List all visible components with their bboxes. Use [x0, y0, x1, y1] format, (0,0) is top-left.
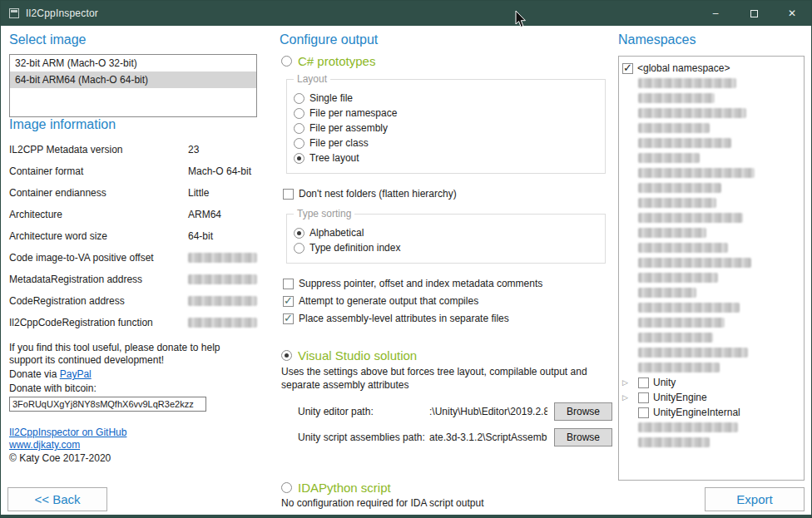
namespace-item[interactable] [622, 345, 802, 360]
checkbox-icon[interactable] [622, 63, 633, 74]
github-link[interactable]: Il2CppInspector on GitHub [9, 427, 126, 438]
info-value: ARM64 [188, 209, 221, 220]
namespace-item[interactable] [622, 121, 802, 136]
info-row: Code image-to-VA positive offset [9, 247, 257, 269]
image-list-item[interactable]: 32-bit ARM (Mach-O 32-bit) [10, 55, 256, 72]
unity-editor-path-row: Unity editor path: :\Unity\Hub\Editor\20… [298, 402, 612, 422]
expander-icon[interactable]: ▷ [622, 390, 634, 405]
idapython-description: No configuration required for IDA script… [281, 497, 612, 509]
redacted-namespace [638, 273, 718, 283]
redacted-namespace [638, 363, 720, 372]
links-block: Il2CppInspector on GitHub www.djkaty.com… [9, 427, 257, 465]
info-row: Container formatMach-O 64-bit [9, 160, 257, 182]
select-image-list[interactable]: 32-bit ARM (Mach-O 32-bit)64-bit ARM64 (… [9, 54, 257, 117]
option-label: Alphabetical [309, 227, 364, 239]
paypal-link[interactable]: PayPal [60, 368, 92, 380]
info-value: 64-bit [188, 230, 213, 242]
namespace-item[interactable]: ▷Unity [622, 375, 802, 390]
browse-editor-button[interactable]: Browse [554, 402, 612, 421]
website-link[interactable]: www.djkaty.com [9, 439, 80, 451]
namespace-item[interactable] [622, 180, 802, 195]
layout-option-radio[interactable]: File per class [294, 136, 597, 150]
info-label: Container endianness [9, 187, 188, 199]
checkbox-icon [283, 279, 294, 289]
namespace-item[interactable] [622, 136, 802, 150]
radio-icon [294, 108, 304, 119]
checkbox-icon[interactable] [638, 407, 649, 418]
flatten-checkbox[interactable]: Don't nest folders (flatten hierarchy) [283, 187, 612, 200]
layout-option-radio[interactable]: Tree layout [294, 151, 597, 165]
type-sorting-options: AlphabeticalType definition index [294, 226, 597, 254]
layout-options: Single fileFile per namespaceFile per as… [294, 91, 597, 165]
checkbox-icon[interactable] [638, 377, 649, 388]
option-label: File per assembly [309, 122, 388, 134]
redacted-value [188, 274, 257, 284]
csharp-prototypes-radio[interactable]: C# prototypes [281, 54, 612, 67]
namespace-item[interactable] [622, 240, 802, 255]
namespace-item[interactable] [622, 420, 802, 435]
browse-assemblies-button[interactable]: Browse [554, 428, 612, 446]
info-value: Mach-O 64-bit [188, 165, 251, 177]
copyright-text: © Katy Coe 2017-2020 [9, 452, 257, 465]
info-label: Il2CppCodeRegistration function [9, 317, 188, 328]
namespace-item[interactable]: UnityEngineInternal [622, 405, 802, 420]
namespace-item[interactable] [622, 435, 802, 450]
type-sorting-groupbox: Type sorting AlphabeticalType definition… [286, 214, 606, 264]
layout-option-radio[interactable]: Single file [294, 91, 597, 105]
namespaces-list[interactable]: <global namespace>▷Unity▷UnityEngineUnit… [618, 56, 805, 481]
flatten-checkbox-label: Don't nest folders (flatten hierarchy) [299, 188, 457, 200]
close-button[interactable]: ✕ [773, 1, 811, 26]
redacted-value [188, 253, 257, 263]
app-window: Il2CppInspector – ✕ Select image 32-bit … [0, 0, 812, 518]
layout-option-radio[interactable]: File per namespace [294, 106, 597, 120]
namespace-item[interactable] [622, 225, 802, 240]
visual-studio-radio[interactable]: Visual Studio solution [281, 348, 612, 362]
output-option-checkbox[interactable]: Place assembly-level attributes in separ… [283, 312, 612, 325]
namespace-label: UnityEngine [653, 392, 707, 403]
namespace-item[interactable] [622, 300, 802, 315]
checkbox-icon [283, 296, 294, 307]
namespace-item[interactable] [622, 210, 802, 225]
namespace-item[interactable] [622, 165, 802, 180]
namespace-item[interactable] [622, 76, 802, 91]
unity-assemblies-path-value[interactable]: ate.3d-3.1.2\ScriptAssemblies [429, 432, 547, 443]
option-label: Single file [309, 92, 353, 104]
layout-option-radio[interactable]: File per assembly [294, 121, 597, 135]
unity-editor-path-value[interactable]: :\Unity\Hub\Editor\2019.2.8f1 [429, 406, 547, 417]
unity-assemblies-path-label: Unity script assemblies path: [298, 432, 429, 443]
sorting-option-radio[interactable]: Type definition index [294, 241, 597, 254]
image-list-item[interactable]: 64-bit ARM64 (Mach-O 64-bit) [10, 72, 256, 88]
namespace-item[interactable] [622, 255, 802, 270]
namespace-item[interactable] [622, 360, 802, 375]
redacted-namespace [638, 168, 755, 178]
sorting-option-radio[interactable]: Alphabetical [294, 226, 597, 239]
window-title: Il2CppInspector [26, 7, 98, 19]
maximize-button[interactable] [735, 1, 773, 26]
window-bottom-border [1, 515, 811, 517]
namespace-item[interactable] [622, 150, 802, 165]
namespace-item[interactable] [622, 315, 802, 330]
bitcoin-address-input[interactable] [9, 397, 206, 412]
info-value: 23 [188, 144, 199, 155]
image-info-table: IL2CPP Metadata version23Container forma… [9, 139, 257, 333]
namespace-item[interactable] [622, 330, 802, 345]
redacted-namespace [638, 333, 713, 343]
namespace-item[interactable] [622, 195, 802, 210]
redacted-namespace [638, 318, 725, 328]
namespace-item[interactable] [622, 106, 802, 121]
idapython-radio[interactable]: IDAPython script [281, 481, 612, 494]
expander-icon[interactable]: ▷ [622, 375, 634, 390]
checkbox-label: Attempt to generate output that compiles [299, 295, 478, 307]
namespace-item[interactable] [622, 91, 802, 106]
minimize-button[interactable]: – [696, 1, 735, 26]
redacted-namespace [638, 138, 731, 148]
checkbox-icon[interactable] [638, 392, 649, 403]
namespace-item[interactable]: ▷UnityEngine [622, 390, 802, 405]
export-button[interactable]: Export [705, 487, 805, 511]
back-button[interactable]: << Back [7, 487, 107, 511]
namespace-item[interactable] [622, 285, 802, 300]
namespace-item[interactable]: <global namespace> [622, 61, 802, 76]
output-option-checkbox[interactable]: Attempt to generate output that compiles [283, 294, 612, 308]
namespace-item[interactable] [622, 270, 802, 285]
output-option-checkbox[interactable]: Suppress pointer, offset and index metad… [283, 277, 612, 290]
